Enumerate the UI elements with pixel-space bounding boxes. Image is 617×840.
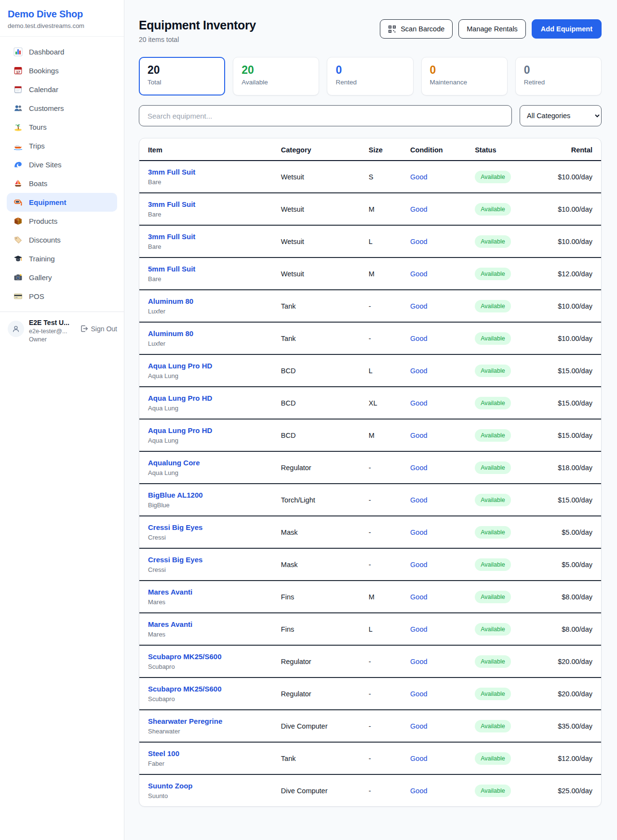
item-condition-link[interactable]: Good bbox=[410, 367, 427, 375]
item-condition-link[interactable]: Good bbox=[410, 722, 427, 730]
shop-domain: demo.test.divestreams.com bbox=[8, 22, 116, 29]
item-condition-link[interactable]: Good bbox=[410, 561, 427, 569]
item-condition-link[interactable]: Good bbox=[410, 690, 427, 698]
item-name-link[interactable]: Mares Avanti bbox=[148, 588, 266, 596]
sidebar-item-products[interactable]: Products bbox=[7, 212, 117, 230]
item-name-link[interactable]: Shearwater Peregrine bbox=[148, 717, 266, 725]
item-condition-link[interactable]: Good bbox=[410, 658, 427, 665]
item-name-link[interactable]: Aluminum 80 bbox=[148, 329, 266, 338]
sidebar-item-dashboard[interactable]: Dashboard bbox=[7, 42, 117, 61]
table-row: Cressi Big Eyes Cressi Mask - Good Avail… bbox=[139, 548, 601, 581]
item-name-link[interactable]: BigBlue AL1200 bbox=[148, 491, 266, 499]
stat-value: 20 bbox=[148, 64, 216, 76]
item-brand: Shearwater bbox=[148, 728, 266, 735]
item-condition-link[interactable]: Good bbox=[410, 464, 427, 472]
table-row: Aqua Lung Pro HD Aqua Lung BCD L Good Av… bbox=[139, 354, 601, 387]
status-badge: Available bbox=[475, 558, 511, 571]
item-name-link[interactable]: Steel 100 bbox=[148, 749, 266, 758]
sidebar-item-dive-sites[interactable]: Dive Sites bbox=[7, 155, 117, 174]
manage-rentals-button[interactable]: Manage Rentals bbox=[458, 19, 526, 39]
item-condition-link[interactable]: Good bbox=[410, 205, 427, 213]
products-icon bbox=[13, 217, 23, 226]
table-row: Mares Avanti Mares Fins M Good Available… bbox=[139, 581, 601, 613]
stat-card-retired[interactable]: 0 Retired bbox=[515, 57, 602, 95]
sidebar-item-gallery[interactable]: Gallery bbox=[7, 268, 117, 287]
item-size: - bbox=[369, 561, 371, 569]
item-name-link[interactable]: Aqualung Core bbox=[148, 459, 266, 467]
item-condition-link[interactable]: Good bbox=[410, 787, 427, 795]
item-brand: Cressi bbox=[148, 534, 266, 541]
item-condition-link[interactable]: Good bbox=[410, 625, 427, 633]
item-name-link[interactable]: Aluminum 80 bbox=[148, 297, 266, 305]
item-condition-link[interactable]: Good bbox=[410, 399, 427, 407]
scan-barcode-button[interactable]: Scan Barcode bbox=[380, 19, 453, 39]
item-size: - bbox=[369, 528, 371, 536]
item-name-link[interactable]: 5mm Full Suit bbox=[148, 265, 266, 273]
item-condition-link[interactable]: Good bbox=[410, 302, 427, 310]
stat-card-maintenance[interactable]: 0 Maintenance bbox=[421, 57, 508, 95]
status-badge: Available bbox=[475, 785, 511, 797]
item-condition-link[interactable]: Good bbox=[410, 432, 427, 439]
sidebar-item-boats[interactable]: Boats bbox=[7, 174, 117, 193]
sidebar-item-discounts[interactable]: Discounts bbox=[7, 230, 117, 249]
sidebar-item-trips[interactable]: Trips bbox=[7, 136, 117, 155]
item-rental-rate: $15.00/day bbox=[558, 432, 592, 439]
sidebar-item-training[interactable]: Training bbox=[7, 249, 117, 268]
sidebar-item-pos[interactable]: POS bbox=[7, 287, 117, 306]
status-badge: Available bbox=[475, 720, 511, 732]
item-name-link[interactable]: Cressi Big Eyes bbox=[148, 555, 266, 564]
item-rental-rate: $5.00/day bbox=[562, 528, 592, 536]
item-condition-link[interactable]: Good bbox=[410, 270, 427, 278]
item-category: Wetsuit bbox=[281, 205, 304, 213]
item-name-link[interactable]: Aqua Lung Pro HD bbox=[148, 394, 266, 402]
item-name-link[interactable]: Cressi Big Eyes bbox=[148, 523, 266, 531]
item-name-link[interactable]: Scubapro MK25/S600 bbox=[148, 652, 266, 661]
sidebar: Demo Dive Shop demo.test.divestreams.com… bbox=[0, 0, 124, 840]
item-category: Regulator bbox=[281, 690, 311, 698]
sidebar-item-label: Training bbox=[29, 255, 55, 263]
item-condition-link[interactable]: Good bbox=[410, 755, 427, 762]
item-name-link[interactable]: Scubapro MK25/S600 bbox=[148, 685, 266, 693]
status-badge: Available bbox=[475, 429, 511, 442]
item-condition-link[interactable]: Good bbox=[410, 528, 427, 536]
item-name-link[interactable]: 3mm Full Suit bbox=[148, 200, 266, 208]
sidebar-item-tours[interactable]: Tours bbox=[7, 118, 117, 136]
stat-card-available[interactable]: 20 Available bbox=[233, 57, 319, 95]
item-condition-link[interactable]: Good bbox=[410, 496, 427, 504]
item-brand: Bare bbox=[148, 178, 266, 186]
sidebar-item-label: Boats bbox=[29, 179, 47, 188]
item-name-link[interactable]: Suunto Zoop bbox=[148, 782, 266, 790]
column-header-item: Item bbox=[139, 138, 273, 161]
sidebar-item-customers[interactable]: Customers bbox=[7, 99, 117, 118]
sidebar-item-bookings[interactable]: 17 Bookings bbox=[7, 61, 117, 80]
stat-card-total[interactable]: 20 Total bbox=[139, 57, 225, 95]
sidebar-item-calendar[interactable]: Calendar bbox=[7, 80, 117, 99]
category-select[interactable]: All Categories bbox=[520, 105, 602, 126]
status-badge: Available bbox=[475, 300, 511, 312]
item-name-link[interactable]: Aqua Lung Pro HD bbox=[148, 362, 266, 370]
search-input[interactable] bbox=[139, 105, 512, 126]
item-condition-link[interactable]: Good bbox=[410, 335, 427, 342]
item-rental-rate: $10.00/day bbox=[558, 238, 592, 245]
item-name-link[interactable]: Mares Avanti bbox=[148, 620, 266, 628]
item-size: - bbox=[369, 335, 371, 342]
item-rental-rate: $8.00/day bbox=[562, 593, 592, 601]
item-condition-link[interactable]: Good bbox=[410, 593, 427, 601]
table-row: Scubapro MK25/S600 Scubapro Regulator - … bbox=[139, 677, 601, 710]
column-header-category: Category bbox=[273, 138, 361, 161]
sidebar-item-label: Bookings bbox=[29, 67, 59, 75]
table-row: Mares Avanti Mares Fins L Good Available… bbox=[139, 613, 601, 645]
item-name-link[interactable]: 3mm Full Suit bbox=[148, 232, 266, 241]
boats-icon bbox=[13, 179, 23, 188]
sign-out-button[interactable]: Sign Out bbox=[80, 325, 117, 333]
customers-icon bbox=[13, 104, 23, 113]
stat-value: 20 bbox=[241, 64, 310, 76]
sidebar-item-equipment[interactable]: Equipment bbox=[7, 193, 117, 212]
item-name-link[interactable]: Aqua Lung Pro HD bbox=[148, 426, 266, 434]
sidebar-item-label: Tours bbox=[29, 123, 47, 131]
stat-card-rented[interactable]: 0 Rented bbox=[327, 57, 413, 95]
item-name-link[interactable]: 3mm Full Suit bbox=[148, 168, 266, 176]
add-equipment-button[interactable]: Add Equipment bbox=[532, 19, 602, 39]
item-condition-link[interactable]: Good bbox=[410, 238, 427, 245]
item-condition-link[interactable]: Good bbox=[410, 173, 427, 181]
